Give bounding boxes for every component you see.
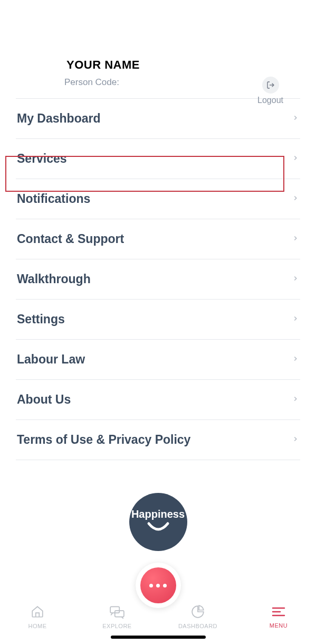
logout-label: Logout [257,96,283,105]
logout-button[interactable]: Logout [257,77,283,105]
nav-explore[interactable]: EXPLORE [99,605,136,629]
menu-list: My Dashboard Services Notifications Cont… [16,99,300,460]
chevron-right-icon [292,394,299,406]
chevron-right-icon [292,113,299,125]
menu-item-notifications[interactable]: Notifications [16,179,300,219]
menu-item-label: About Us [17,393,71,407]
chevron-right-icon [292,153,299,165]
more-icon [140,567,176,603]
smile-icon [146,521,171,536]
menu-item-label: Contact & Support [17,232,124,246]
nav-menu[interactable]: MENU [260,605,297,629]
menu-item-label: Notifications [17,192,90,206]
menu-item-label: Walkthrough [17,272,91,286]
menu-item-settings[interactable]: Settings [16,300,300,340]
happiness-label: Happiness [131,508,185,520]
home-indicator [111,636,206,639]
chevron-right-icon [292,313,299,326]
menu-item-services[interactable]: Services [16,139,300,179]
nav-label: DASHBOARD [178,623,217,629]
menu-item-label: Settings [17,312,65,326]
nav-dashboard[interactable]: DASHBOARD [178,605,217,629]
dashboard-icon [190,605,205,621]
bottom-nav: HOME EXPLORE DASHBOARD [0,599,316,636]
nav-label: MENU [270,622,288,629]
nav-label: HOME [28,623,47,629]
explore-icon [109,605,125,621]
menu-item-contact-support[interactable]: Contact & Support [16,219,300,259]
nav-home[interactable]: HOME [19,605,56,629]
menu-item-terms-privacy[interactable]: Terms of Use & Privacy Policy [16,420,300,460]
nav-label: EXPLORE [102,623,131,629]
chevron-right-icon [292,434,299,446]
menu-item-about-us[interactable]: About Us [16,380,300,420]
chevron-right-icon [292,193,299,206]
profile-header: YOUR NAME Person Code: Logout [0,0,316,98]
menu-item-labour-law[interactable]: Labour Law [16,340,300,380]
menu-item-walkthrough[interactable]: Walkthrough [16,259,300,300]
menu-item-label: Labour Law [17,352,85,367]
menu-item-label: Terms of Use & Privacy Policy [17,433,190,447]
menu-icon [271,605,286,620]
user-name: YOUR NAME [66,58,300,72]
menu-item-label: Services [17,152,67,166]
happiness-button[interactable]: Happiness [129,493,187,551]
logout-icon [262,77,279,94]
home-icon [30,605,45,621]
chevron-right-icon [292,273,299,286]
chevron-right-icon [292,353,299,366]
chevron-right-icon [292,233,299,246]
menu-item-label: My Dashboard [17,111,100,126]
